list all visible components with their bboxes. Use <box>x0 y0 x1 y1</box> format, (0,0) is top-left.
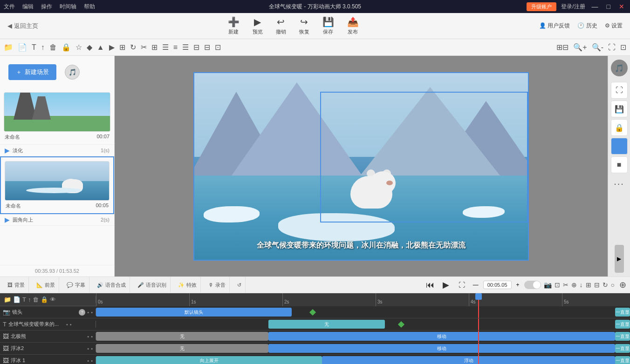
ice2-always-show[interactable]: 一直显 <box>615 344 630 353</box>
menu-ops[interactable]: 操作 <box>41 3 52 11</box>
ice1-dot-1[interactable]: • <box>87 358 89 364</box>
preview-tool[interactable]: ▶ 预览 <box>247 14 268 37</box>
rows-icon[interactable]: ⊟ <box>202 42 212 53</box>
tl-text-icon[interactable]: T <box>22 296 26 303</box>
add-timeline-button[interactable]: ⊕ <box>619 280 626 290</box>
grid-icon[interactable]: ⊞ <box>150 42 159 53</box>
ice2-block-move[interactable]: 移动 <box>268 344 615 353</box>
fit-icon[interactable]: ⊡ <box>618 42 628 53</box>
bear-dot-2[interactable]: • <box>91 334 93 339</box>
play-button[interactable]: ▶ <box>439 278 452 291</box>
redo-tool[interactable]: ↪ 恢复 <box>294 14 315 37</box>
menu-edit[interactable]: 编辑 <box>22 3 34 11</box>
history-button[interactable]: 🕐 历史 <box>577 22 597 30</box>
ice1-dot-2[interactable]: • <box>91 358 93 364</box>
transition-round-up[interactable]: ▶ 圆角向上 2(s) <box>0 214 114 226</box>
cut-icon[interactable]: ✂ <box>139 42 149 53</box>
music-panel-button[interactable]: 🎵 <box>611 60 628 76</box>
ice1-track[interactable]: 向上展开 浮动 一直显 <box>96 355 630 364</box>
more-tool[interactable]: ··· <box>611 175 628 192</box>
tab-record[interactable]: 🎙 录音 <box>205 276 230 293</box>
camera-always-show[interactable]: 一直显 <box>615 308 630 317</box>
lock-tool[interactable]: 🔒 <box>611 119 628 136</box>
tl-delete-icon[interactable]: 🗑 <box>33 296 39 303</box>
tab-asr[interactable]: 🎤 语音识别 <box>134 276 171 293</box>
tab-effects[interactable]: ✨ 特效 <box>174 276 201 293</box>
ice1-always-show[interactable]: 一直显 <box>615 356 630 364</box>
go-start-button[interactable]: ⏮ <box>424 278 437 291</box>
align-right-icon[interactable]: ☰ <box>180 42 191 53</box>
camera-dot-1[interactable]: • <box>87 310 89 315</box>
new-file-icon[interactable]: 📄 <box>16 42 29 53</box>
settings-button[interactable]: ⚙ 设置 <box>605 22 623 30</box>
text-keyframe[interactable] <box>398 321 404 328</box>
tab-background[interactable]: 🖼 背景 <box>4 276 29 293</box>
save-tool[interactable]: 💾 保存 <box>317 14 340 37</box>
minus-button[interactable]: — <box>471 281 480 289</box>
arrow-right-icon[interactable]: ▶ <box>107 42 116 53</box>
upgrade-button[interactable]: 升级账户 <box>527 2 556 11</box>
color-tool[interactable] <box>611 138 628 155</box>
scene-card-03[interactable]: 03 未命名 00:07 <box>0 88 114 145</box>
zoom-in-icon[interactable]: 🔍+ <box>571 42 589 53</box>
menu-timeline[interactable]: 时间轴 <box>60 3 76 11</box>
bear-block-none[interactable]: 无 <box>96 332 268 341</box>
fullscreen-icon[interactable]: ⛶ <box>606 42 617 53</box>
text-dot-1[interactable]: • <box>66 322 68 327</box>
bear-block-move[interactable]: 移动 <box>268 332 615 341</box>
align-left-icon[interactable]: ☰ <box>160 42 171 53</box>
login-button[interactable]: 登录/注册 <box>561 3 585 11</box>
layer-tool[interactable]: ■ <box>611 156 628 173</box>
menu-file[interactable]: 文件 <box>4 3 15 11</box>
padding-icon[interactable]: ⊡ <box>213 42 223 53</box>
text-block-none[interactable]: 无 <box>268 320 385 329</box>
ice1-block-float[interactable]: 浮动 <box>322 356 615 364</box>
folder-icon[interactable]: 📁 <box>2 42 15 53</box>
fullscreen-button[interactable]: ⛶ <box>455 278 468 291</box>
bear-dot-1[interactable]: • <box>87 334 89 339</box>
plus-button[interactable]: + <box>514 281 521 289</box>
cols-icon[interactable]: ⊟ <box>192 42 201 53</box>
minimize-button[interactable]: — <box>590 3 600 10</box>
camera-track[interactable]: 默认镜头 一直显 <box>96 306 630 318</box>
canvas-wrapper[interactable]: 📷 默认镜头 <box>193 72 529 261</box>
publish-tool[interactable]: 📤 发布 <box>342 14 364 37</box>
text-track[interactable]: 无 一直显 <box>96 318 630 330</box>
canvas-area[interactable]: 📷 默认镜头 <box>115 56 608 276</box>
export-tool[interactable]: 💾 <box>611 101 628 117</box>
tl-up-icon[interactable]: ↑ <box>28 296 31 303</box>
tl-folder-icon[interactable]: 📁 <box>4 296 11 303</box>
loop-icon[interactable]: ↻ <box>128 42 138 53</box>
camera-dot-2[interactable]: • <box>91 310 93 315</box>
feedback-button[interactable]: 👤 用户反馈 <box>539 22 570 30</box>
scene-thumb-04[interactable]: 04 <box>5 161 110 201</box>
back-button[interactable]: ◀ 返回主页 <box>7 22 38 30</box>
ice1-block-expand[interactable]: 向上展开 <box>96 356 322 364</box>
bear-always-show[interactable]: 一直显 <box>615 332 630 341</box>
transport-icon-1[interactable]: 📷 <box>544 281 552 289</box>
polar-bear[interactable] <box>343 167 399 218</box>
transport-icon-9[interactable]: ○ <box>611 281 615 289</box>
close-button[interactable]: ✕ <box>617 3 626 10</box>
new-scene-button[interactable]: ＋ 新建场景 <box>8 64 56 80</box>
text-always-show[interactable]: 一直显 <box>615 320 630 329</box>
fullscreen-tool[interactable]: ⛶ <box>611 82 628 99</box>
ice2-dot-2[interactable]: • <box>91 346 93 351</box>
lock-icon[interactable]: 🔒 <box>60 42 73 53</box>
ice2-dot-1[interactable]: • <box>87 346 89 351</box>
text-icon[interactable]: T <box>30 42 38 53</box>
maximize-button[interactable]: □ <box>605 3 612 10</box>
tab-tts[interactable]: 🔊 语音合成 <box>93 276 130 293</box>
time-code[interactable]: 00:05.05 <box>483 281 512 289</box>
playhead-handle[interactable] <box>475 293 482 300</box>
diamond-icon[interactable]: ◆ <box>85 42 94 53</box>
undo-tool[interactable]: ↩ 撤销 <box>270 14 292 37</box>
toggle-switch[interactable] <box>524 281 541 289</box>
transport-icon-2[interactable]: ⊡ <box>555 281 560 289</box>
scene-thumb-03[interactable]: 03 <box>4 92 110 132</box>
tl-new-icon[interactable]: 📄 <box>13 296 21 303</box>
arrow-up-icon[interactable]: ▲ <box>95 42 106 53</box>
tl-eye-icon[interactable]: 👁 <box>50 296 56 303</box>
transport-icon-7[interactable]: ⊟ <box>594 281 600 289</box>
text-up-icon[interactable]: ↑ <box>39 42 47 53</box>
